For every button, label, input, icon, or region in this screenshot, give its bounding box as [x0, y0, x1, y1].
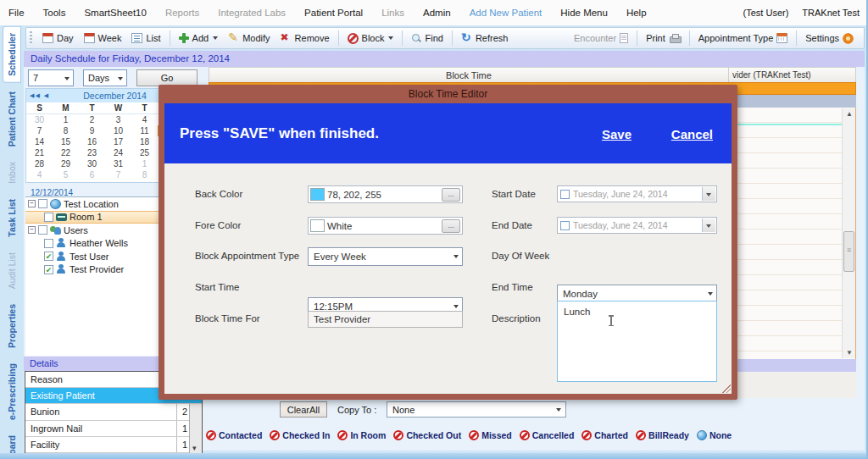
scroll-up-icon[interactable]: ▲ [846, 110, 853, 118]
toolbar-grip[interactable] [30, 31, 32, 45]
calendar-day[interactable]: 9 [79, 125, 105, 136]
cancel-button[interactable]: Cancel [671, 127, 713, 141]
calendar-day[interactable]: 6 [79, 169, 105, 180]
calendar-day[interactable]: 2 [79, 114, 105, 125]
menu-item-hide-menu[interactable]: Hide Menu [560, 8, 608, 18]
remove-button[interactable]: Remove [275, 31, 335, 45]
calendar-day[interactable]: 25 [131, 147, 158, 158]
calendar-day[interactable]: 3 [105, 114, 131, 125]
tree-checkbox[interactable] [44, 239, 53, 248]
add-button[interactable]: Add [174, 31, 224, 45]
calendar-day[interactable]: 29 [53, 158, 79, 169]
sidebar-tab-scheduler[interactable]: Scheduler [3, 27, 20, 82]
day-button[interactable]: Day [37, 31, 79, 45]
menu-item-smartsheet10[interactable]: SmartSheet10 [84, 8, 147, 18]
list-button[interactable]: List [126, 31, 165, 45]
calendar-day[interactable]: 30 [26, 114, 53, 125]
range-value-select[interactable]: 7 [28, 69, 74, 86]
collapse-icon[interactable]: − [28, 226, 36, 234]
modify-button[interactable]: Modify [223, 31, 275, 45]
sidebar-tab-task-list[interactable]: Task List [3, 193, 20, 243]
tree-checkbox[interactable] [44, 265, 53, 274]
details-row-facility[interactable]: Facility1 [25, 437, 202, 453]
scroll-down-icon[interactable]: ▼ [846, 349, 853, 357]
block-time-for-input[interactable]: Test Provider [308, 311, 463, 328]
end-date-picker[interactable]: Tuesday, June 24, 2014 [557, 217, 717, 234]
calendar-day[interactable]: 30 [79, 158, 105, 169]
calendar-day[interactable]: 7 [26, 125, 53, 136]
calendar-day[interactable]: 4 [26, 169, 53, 180]
tree-checkbox[interactable] [44, 252, 53, 261]
menu-item-file[interactable]: File [8, 8, 25, 18]
back-color-browse-button[interactable]: ... [442, 188, 460, 202]
calendar-day[interactable]: 4 [131, 114, 158, 125]
scroll-thumb[interactable] [843, 231, 854, 272]
calendar-day[interactable]: 1 [53, 114, 79, 125]
block-button[interactable]: Block [342, 31, 399, 46]
prev-year-icon[interactable]: ◀◀ [30, 92, 41, 99]
back-color-field[interactable]: 78, 202, 255 ... [308, 185, 463, 203]
end-date-dropdown-button[interactable] [702, 218, 715, 232]
calendar-day[interactable]: 31 [105, 158, 131, 169]
menu-item-admin[interactable]: Admin [423, 8, 451, 18]
calendar-day[interactable]: 8 [53, 125, 79, 136]
print-button[interactable]: Print [641, 31, 686, 45]
sidebar-tab-audit-list[interactable]: Audit List [3, 246, 20, 295]
range-unit-select[interactable]: Days [83, 69, 127, 86]
calendar-day[interactable]: 11 [131, 125, 158, 136]
start-date-checkbox[interactable] [560, 190, 570, 199]
description-textarea[interactable]: Lunch [557, 301, 717, 382]
fore-color-browse-button[interactable]: ... [442, 219, 460, 233]
start-date-dropdown-button[interactable] [702, 187, 715, 201]
menu-item-tools[interactable]: Tools [43, 8, 66, 18]
collapse-icon[interactable]: − [28, 200, 36, 207]
sidebar-tab-properties[interactable]: Properties [3, 298, 20, 354]
schedule-scrollbar[interactable]: ▲ ▼ [842, 108, 855, 358]
clear-all-button[interactable]: ClearAll [280, 401, 327, 418]
details-row-bunion[interactable]: Bunion2 [25, 404, 202, 420]
calendar-day[interactable]: 21 [26, 147, 53, 158]
calendar-day[interactable]: 15 [53, 136, 79, 147]
end-date-checkbox[interactable] [560, 221, 570, 230]
calendar-day[interactable]: 5 [53, 169, 79, 180]
details-scrollbar[interactable] [189, 404, 202, 453]
calendar-day[interactable]: 18 [131, 136, 158, 147]
calendar-day[interactable]: 10 [105, 125, 131, 136]
calendar-day[interactable]: 22 [53, 147, 79, 158]
appointment-type-button[interactable]: Appointment Type [693, 31, 793, 45]
calendar-day[interactable]: 7 [105, 169, 131, 180]
calendar-day[interactable]: 24 [105, 147, 131, 158]
go-button[interactable]: Go [136, 69, 198, 86]
calendar-day[interactable]: 8 [131, 169, 158, 180]
encounter-button[interactable]: Encounter [569, 31, 633, 45]
menu-item-patient-portal[interactable]: Patient Portal [304, 8, 363, 18]
start-date-picker[interactable]: Tuesday, June 24, 2014 [557, 185, 717, 202]
find-button[interactable]: Find [406, 31, 448, 45]
calendar-day[interactable]: 1 [131, 158, 158, 169]
copy-to-select[interactable]: None [387, 401, 566, 418]
calendar-day[interactable]: 14 [26, 136, 53, 147]
calendar-day[interactable]: 16 [79, 136, 105, 147]
calendar-day[interactable]: 17 [105, 136, 131, 147]
settings-button[interactable]: Settings [800, 31, 859, 46]
menu-item-integrated-labs[interactable]: Integrated Labs [218, 8, 286, 18]
menu-item-add-new-patient[interactable]: Add New Patient [470, 8, 542, 18]
calendar-day[interactable]: 23 [79, 147, 105, 158]
week-button[interactable]: Week [79, 31, 127, 45]
tree-checkbox[interactable] [38, 199, 47, 208]
save-button[interactable]: Save [602, 127, 632, 141]
sidebar-tab-e-prescribing[interactable]: e-Prescribing [3, 357, 20, 426]
fore-color-field[interactable]: White ... [308, 217, 463, 235]
sidebar-tab-patient-chart[interactable]: Patient Chart [3, 86, 20, 152]
refresh-button[interactable]: Refresh [456, 31, 514, 45]
menu-item-reports[interactable]: Reports [165, 8, 199, 18]
details-row-ingrown-nail[interactable]: Ingrown Nail1 [25, 421, 202, 437]
menu-item-help[interactable]: Help [626, 8, 647, 18]
tree-checkbox[interactable] [38, 225, 47, 235]
block-appointment-type-select[interactable]: Every Week [308, 247, 463, 266]
dialog-resize-grip[interactable] [722, 384, 731, 393]
menu-item-links[interactable]: Links [381, 8, 404, 18]
calendar-day[interactable]: 28 [26, 158, 53, 169]
sidebar-tab-inbox[interactable]: Inbox [3, 156, 20, 190]
tree-checkbox[interactable] [44, 213, 53, 222]
